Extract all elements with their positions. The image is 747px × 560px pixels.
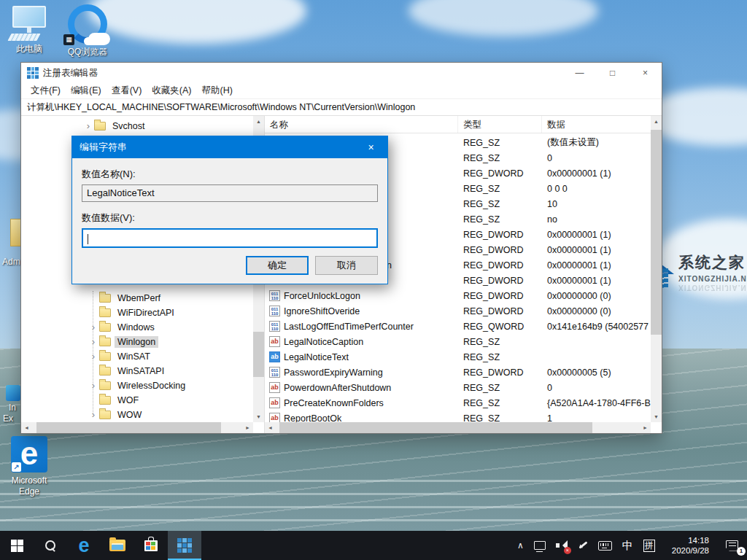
desktop-icon-label: QQ浏览器 [60,47,115,58]
maximize-button[interactable]: □ [596,63,629,83]
tree-item-wof[interactable]: WOF [21,393,264,408]
network-tray-button[interactable] [529,531,551,560]
value-data: 0x00000001 (1) [542,168,651,179]
ok-button[interactable]: 确定 [246,256,309,275]
value-row-forceunlocklogon[interactable]: 011110ForceUnlockLogonREG_DWORD0x0000000… [265,288,651,303]
tree-item-wbemperf[interactable]: WbemPerf [21,291,264,306]
column-header-type[interactable]: 类型 [458,116,542,133]
value-data-input[interactable] [82,228,378,248]
value-name: IgnoreShiftOveride [284,306,360,316]
folder-icon [99,352,111,361]
expand-chevron-icon[interactable]: › [89,381,98,390]
scroll-down-icon[interactable]: ▼ [654,411,659,422]
menu-item-4[interactable]: 帮助(H) [196,83,237,98]
menu-item-2[interactable]: 查看(V) [107,83,147,98]
address-bar[interactable]: 计算机\HKEY_LOCAL_MACHINE\SOFTWARE\Microsof… [21,99,662,116]
value-row-legalnoticecaption[interactable]: abLegalNoticeCaptionREG_SZ [265,334,651,349]
tree-item-label: Svchost [109,120,147,132]
menu-bar: 文件(F)编辑(E)查看(V)收藏夹(A)帮助(H) [21,83,662,99]
string-value-icon: ab [269,351,280,362]
column-header-data[interactable]: 数据 [542,116,662,133]
value-row-lastlogoffendtimeperfcounter[interactable]: 011110LastLogOffEndTimePerfCounterREG_QW… [265,319,651,334]
list-vertical-scrollbar[interactable]: ▲ ▼ [651,116,662,422]
partial-icon-label: Adm [2,257,20,267]
scrollbar-thumb[interactable] [36,422,221,433]
tree-item-winlogon[interactable]: ›Winlogon [21,335,264,349]
pen-tray-button[interactable] [572,531,593,560]
expand-chevron-icon[interactable]: › [89,352,98,361]
menu-item-3[interactable]: 收藏夹(A) [147,83,196,98]
scroll-up-icon[interactable]: ▲ [654,116,659,127]
scrollbar-thumb[interactable] [253,332,264,377]
minimize-button[interactable]: — [563,63,596,83]
tree-item-windows[interactable]: ›Windows [21,320,264,335]
string-value-icon: ab [269,413,280,422]
taskbar-regedit-button[interactable] [168,531,201,560]
volume-tray-button[interactable]: × [551,531,572,560]
scroll-left-icon[interactable]: ◄ [21,425,32,430]
expand-chevron-icon[interactable]: › [89,411,98,419]
scrollbar-thumb[interactable] [279,422,592,433]
clock[interactable]: 14:18 2020/9/28 [660,531,721,560]
scroll-up-icon[interactable]: ▲ [256,116,261,127]
tree-item-svchost[interactable]: ›Svchost [21,119,264,133]
taskbar-file-explorer-button[interactable] [101,531,134,560]
action-center-button[interactable]: 1 [721,531,747,560]
value-data: 10 [542,199,651,209]
menu-item-1[interactable]: 编辑(E) [66,83,107,98]
tree-item-winsat[interactable]: ›WinSAT [21,349,264,364]
ime-mode-button[interactable]: 中 [617,531,638,560]
value-row-passwordexpirywarning[interactable]: 011110PasswordExpiryWarningREG_DWORD0x00… [265,365,651,380]
value-row-ignoreshiftoveride[interactable]: 011110IgnoreShiftOverideREG_DWORD0x00000… [265,303,651,319]
show-hidden-icons-button[interactable]: ∧ [512,531,529,560]
watermark-domain: XITONGZHIJIA.NET [678,275,747,283]
tree-item-wirelessdocking[interactable]: ›WirelessDocking [21,378,264,393]
value-type: REG_DWORD [458,276,542,286]
desktop-icon-microsoft-edge[interactable]: e↗ Microsoft Edge [1,436,57,497]
scroll-left-icon[interactable]: ◄ [265,425,276,430]
folder-icon [99,323,111,332]
tree-item-wow[interactable]: ›WOW [21,408,264,422]
menu-item-0[interactable]: 文件(F) [26,83,66,98]
value-row-powerdownaftershutdown[interactable]: abPowerdownAfterShutdownREG_SZ0 [265,380,651,395]
cancel-button[interactable]: 取消 [315,256,378,275]
taskbar-store-button[interactable] [134,531,168,560]
tree-item-label: WOF [115,394,142,406]
dialog-close-button[interactable]: × [355,136,387,158]
value-row-precreateknownfolders[interactable]: abPreCreateKnownFoldersREG_SZ{A520A1A4-1… [265,395,651,411]
start-button[interactable] [0,531,34,560]
expand-chevron-icon[interactable]: › [84,122,93,131]
ime-pinyin-button[interactable]: 拼 [638,531,660,560]
value-row-legalnoticetext[interactable]: abLegalNoticeTextREG_SZ [265,349,651,365]
window-titlebar[interactable]: 注册表编辑器 — □ × [21,63,662,83]
binary-value-icon: 011110 [269,306,280,316]
column-header-name[interactable]: 名称 [265,116,458,133]
tree-item-wifidirectapi[interactable]: WiFiDirectAPI [21,306,264,320]
touch-keyboard-button[interactable] [593,531,617,560]
value-row-reportbootok[interactable]: abReportBootOkREG_SZ1 [265,411,651,422]
dialog-titlebar[interactable]: 编辑字符串 × [72,136,387,158]
value-name-field[interactable]: LegalNoticeText [82,184,378,202]
value-type: REG_SZ [458,383,542,393]
search-button[interactable] [34,531,67,560]
desktop-icon-this-pc[interactable]: 此电脑 [1,6,57,55]
scrollbar-thumb[interactable] [651,130,662,335]
tree-item-label: Windows [115,322,158,333]
desktop-icon-qq-browser[interactable]: ▦ QQ浏览器 [60,4,115,58]
tree-horizontal-scrollbar[interactable]: ◄ ► [21,422,253,433]
value-data-label: 数值数据(V): [82,211,378,225]
file-explorer-icon [109,540,125,551]
taskbar-edge-button[interactable]: e [67,531,101,560]
scroll-down-icon[interactable]: ▼ [256,411,261,422]
value-data: (数值未设置) [542,136,651,149]
list-horizontal-scrollbar[interactable]: ◄ ► [265,422,651,433]
binary-value-icon: 011110 [269,367,280,378]
scroll-right-icon[interactable]: ► [242,425,253,430]
close-button[interactable]: × [629,63,662,83]
expand-chevron-icon[interactable]: › [89,323,98,332]
expand-chevron-icon[interactable]: › [89,338,98,346]
value-type: REG_DWORD [458,230,542,240]
tree-item-winsatapi[interactable]: WinSATAPI [21,364,264,378]
scroll-right-icon[interactable]: ► [640,425,651,430]
ime-pinyin-label: 拼 [643,540,655,552]
